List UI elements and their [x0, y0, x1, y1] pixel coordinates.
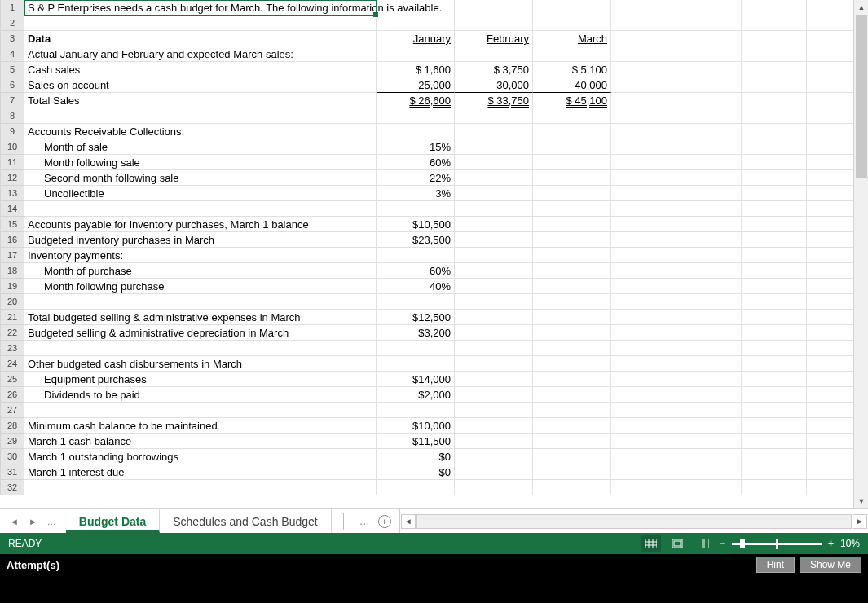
cell-empty[interactable]: [611, 62, 676, 77]
cell-empty[interactable]: [676, 217, 742, 232]
cell-empty[interactable]: [742, 170, 807, 186]
tab-more-icon[interactable]: …: [47, 517, 56, 526]
cell-empty[interactable]: [742, 325, 807, 341]
cell-empty[interactable]: [611, 77, 676, 93]
cell-empty[interactable]: [611, 93, 676, 108]
row-header[interactable]: 31: [0, 464, 24, 480]
cell-empty[interactable]: [742, 248, 807, 263]
cell-A17[interactable]: Inventory payments:: [24, 248, 377, 263]
cell-B16[interactable]: $23,500: [377, 232, 455, 248]
cell-C7[interactable]: $ 33,750: [455, 93, 533, 108]
cell-D23[interactable]: [533, 341, 611, 356]
cell-empty[interactable]: [676, 341, 742, 356]
row-header[interactable]: 28: [0, 418, 24, 434]
cell-A16[interactable]: Budgeted inventory purchases in March: [24, 232, 377, 248]
cell-B25[interactable]: $14,000: [377, 372, 455, 387]
cell-A14[interactable]: [24, 201, 377, 217]
cell-A31[interactable]: March 1 interest due: [24, 464, 377, 480]
cell-B7[interactable]: $ 26,600: [377, 93, 455, 108]
cell-B27[interactable]: [377, 403, 455, 418]
row-header[interactable]: 5: [0, 62, 24, 77]
cell-A8[interactable]: [24, 108, 377, 124]
cell-empty[interactable]: [611, 403, 676, 418]
cell-empty[interactable]: [611, 294, 676, 310]
cell-D15[interactable]: [533, 217, 611, 232]
cell-empty[interactable]: [611, 480, 676, 495]
zoom-level[interactable]: 10%: [840, 538, 860, 549]
cell-empty[interactable]: [611, 372, 676, 387]
cell-empty[interactable]: [676, 108, 742, 124]
cell-empty[interactable]: [676, 93, 742, 108]
row-header[interactable]: 26: [0, 387, 24, 403]
cell-empty[interactable]: [611, 263, 676, 279]
cell-empty[interactable]: [611, 356, 676, 372]
cell-empty[interactable]: [676, 77, 742, 93]
cell-empty[interactable]: [611, 387, 676, 403]
row-header[interactable]: 18: [0, 263, 24, 279]
cell-D16[interactable]: [533, 232, 611, 248]
cell-C22[interactable]: [455, 325, 533, 341]
cell-B18[interactable]: 60%: [377, 263, 455, 279]
cell-B28[interactable]: $10,000: [377, 418, 455, 434]
cell-A3[interactable]: Data: [24, 31, 377, 46]
cell-A9[interactable]: Accounts Receivable Collections:: [24, 124, 377, 139]
cell-empty[interactable]: [742, 139, 807, 155]
cell-B6[interactable]: 25,000: [377, 77, 455, 93]
cell-B2[interactable]: [377, 15, 455, 31]
cell-empty[interactable]: [742, 31, 807, 46]
cell-A24[interactable]: Other budgeted cash disbursements in Mar…: [24, 356, 377, 372]
hint-button[interactable]: Hint: [756, 557, 795, 573]
cell-D25[interactable]: [533, 372, 611, 387]
cell-C9[interactable]: [455, 124, 533, 139]
cell-empty[interactable]: [611, 201, 676, 217]
horizontal-scrollbar[interactable]: ◄ ►: [399, 509, 868, 533]
cell-empty[interactable]: [676, 139, 742, 155]
cell-C23[interactable]: [455, 341, 533, 356]
hscroll-right-arrow[interactable]: ►: [853, 514, 867, 529]
cell-A26[interactable]: Dividends to be paid: [24, 387, 377, 403]
row-header[interactable]: 32: [0, 480, 24, 495]
cell-empty[interactable]: [611, 418, 676, 434]
cell-A23[interactable]: [24, 341, 377, 356]
cell-A10[interactable]: Month of sale: [24, 139, 377, 155]
hscroll-track[interactable]: [416, 514, 852, 529]
zoom-out-icon[interactable]: −: [720, 538, 725, 549]
cell-A15[interactable]: Accounts payable for inventory purchases…: [24, 217, 377, 232]
cell-C24[interactable]: [455, 356, 533, 372]
cell-empty[interactable]: [611, 186, 676, 201]
cell-empty[interactable]: [742, 93, 807, 108]
cell-empty[interactable]: [742, 155, 807, 170]
cell-A6[interactable]: Sales on account: [24, 77, 377, 93]
cell-C5[interactable]: $ 3,750: [455, 62, 533, 77]
cell-empty[interactable]: [611, 139, 676, 155]
cell-A1[interactable]: S & P Enterprises needs a cash budget fo…: [24, 0, 377, 15]
cell-A11[interactable]: Month following sale: [24, 155, 377, 170]
hscroll-left-arrow[interactable]: ◄: [401, 514, 416, 529]
cell-C6[interactable]: 30,000: [455, 77, 533, 93]
cell-B29[interactable]: $11,500: [377, 434, 455, 449]
row-header[interactable]: 3: [0, 31, 24, 46]
cell-A18[interactable]: Month of purchase: [24, 263, 377, 279]
row-header[interactable]: 12: [0, 170, 24, 186]
cell-B19[interactable]: 40%: [377, 279, 455, 294]
cell-D9[interactable]: [533, 124, 611, 139]
cell-D11[interactable]: [533, 155, 611, 170]
cell-B14[interactable]: [377, 201, 455, 217]
cell-D19[interactable]: [533, 279, 611, 294]
cell-empty[interactable]: [676, 403, 742, 418]
tab-overflow-icon[interactable]: …: [359, 515, 370, 527]
cell-D28[interactable]: [533, 418, 611, 434]
cell-A5[interactable]: Cash sales: [24, 62, 377, 77]
cell-C27[interactable]: [455, 403, 533, 418]
cell-empty[interactable]: [676, 248, 742, 263]
cell-empty[interactable]: [611, 155, 676, 170]
cell-empty[interactable]: [676, 155, 742, 170]
cell-A13[interactable]: Uncollectible: [24, 186, 377, 201]
cell-B17[interactable]: [377, 248, 455, 263]
cell-A25[interactable]: Equipment purchases: [24, 372, 377, 387]
cell-empty[interactable]: [742, 263, 807, 279]
cell-C29[interactable]: [455, 434, 533, 449]
cell-empty[interactable]: [676, 31, 742, 46]
cell-C14[interactable]: [455, 201, 533, 217]
cell-empty[interactable]: [676, 46, 742, 62]
